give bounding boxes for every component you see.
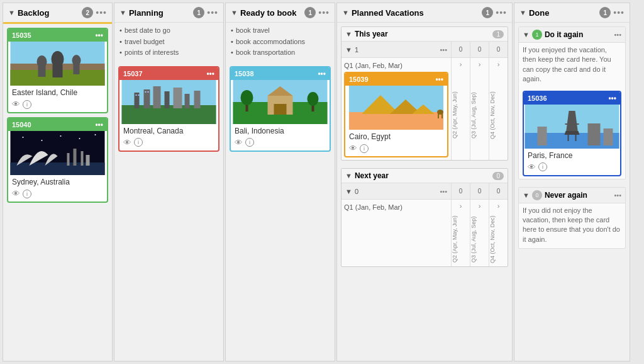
planning-chevron[interactable]: ▼: [119, 9, 126, 16]
backlog-count: 2: [82, 7, 93, 18]
svg-rect-6: [53, 65, 63, 77]
q2-next-year-label: Q2 (Apr, May, Jun): [452, 212, 470, 266]
q2-next-year-count: 0: [459, 188, 463, 195]
card-15039-menu[interactable]: •••: [435, 75, 443, 84]
card-15037-footer: 👁 i: [119, 137, 218, 151]
do-it-again-chevron[interactable]: ▼: [523, 31, 530, 38]
q3-this-year-arrow[interactable]: ›: [470, 58, 489, 71]
this-year-section: ▼ This year 1 ▼ 1 ••• Q1 (Ja: [341, 26, 508, 161]
svg-rect-10: [11, 162, 105, 175]
do-it-again-body: 15036 •••: [519, 88, 625, 179]
ready-menu[interactable]: •••: [318, 8, 330, 18]
q3-next-year-count: 0: [478, 188, 482, 195]
planning-note-2: travel budget: [119, 37, 218, 48]
backlog-title: Backlog: [18, 8, 79, 18]
card-15040-footer: 👁 i: [8, 188, 107, 202]
card-15037-eye-icon[interactable]: 👁: [123, 138, 131, 147]
card-15037-menu[interactable]: •••: [206, 69, 214, 78]
card-15035[interactable]: 15035 ••• Easter Island, Chile: [7, 28, 108, 113]
q3-this-year-label: Q3 (Jul, Aug, Sep): [470, 71, 489, 160]
q1-next-year-label: Q1 (Jan, Feb, Mar): [344, 202, 448, 213]
card-15036-eye-icon[interactable]: 👁: [528, 162, 536, 172]
do-it-again-desc: If you enjoyed the vacation, then keep t…: [519, 43, 625, 88]
planning-count: 1: [193, 7, 204, 18]
card-15040-image: [8, 131, 107, 175]
svg-rect-13: [81, 151, 84, 166]
this-year-chevron[interactable]: ▼: [345, 30, 352, 38]
card-15037-header: 15037 •••: [119, 67, 218, 80]
card-15035-eye-icon[interactable]: 👁: [12, 100, 20, 109]
q3-next-year-label: Q3 (Jul, Aug, Sep): [470, 212, 489, 266]
card-15035-menu[interactable]: •••: [95, 31, 103, 40]
planned-menu[interactable]: •••: [496, 8, 507, 18]
q4-this-year-top: 0: [489, 42, 508, 58]
card-15035-info-icon[interactable]: i: [23, 100, 31, 109]
q1-next-year-chevron[interactable]: ▼: [345, 188, 352, 195]
card-15040-header: 15040 •••: [8, 118, 107, 131]
svg-point-16: [42, 140, 43, 141]
planned-chevron[interactable]: ▼: [342, 9, 349, 16]
planned-title: Planned Vacations: [352, 8, 479, 18]
q1-next-year-empty: [344, 213, 448, 264]
q1-this-year-menu[interactable]: •••: [440, 46, 447, 54]
ready-chevron[interactable]: ▼: [231, 9, 238, 16]
done-count: 1: [599, 7, 611, 18]
q1-next-year-menu[interactable]: •••: [440, 188, 447, 195]
svg-rect-4: [38, 65, 46, 77]
q2-this-year-arrow[interactable]: ›: [452, 58, 470, 71]
card-15037[interactable]: 15037 •••: [118, 66, 219, 152]
q4-this-year-arrow[interactable]: ›: [489, 58, 508, 71]
card-15037-info-icon[interactable]: i: [134, 138, 143, 147]
card-15036[interactable]: 15036 •••: [523, 91, 621, 176]
svg-rect-8: [74, 64, 80, 74]
next-year-chevron[interactable]: ▼: [345, 172, 352, 179]
planning-note-1: best date to go: [119, 25, 218, 37]
card-15035-image: [8, 42, 107, 86]
card-15040-info-icon[interactable]: i: [23, 190, 31, 198]
next-year-header: ▼ Next year 0: [341, 169, 508, 183]
card-15040[interactable]: 15040 •••: [7, 117, 108, 203]
card-15036-menu[interactable]: •••: [608, 94, 616, 103]
q2-next-year-arrow[interactable]: ›: [452, 200, 470, 212]
card-15039-eye-icon[interactable]: 👁: [349, 144, 357, 153]
next-year-count: 0: [492, 172, 504, 180]
column-backlog: ▼ Backlog 2 ••• 15035 •••: [3, 3, 113, 361]
card-15038-info-icon[interactable]: i: [245, 138, 254, 147]
svg-rect-25: [165, 91, 170, 108]
q1-this-year-header: ▼ 1 •••: [341, 42, 451, 58]
never-again-chevron[interactable]: ▼: [523, 191, 530, 199]
card-15039-footer: 👁 i: [345, 142, 447, 156]
q4-this-year-count: 0: [497, 46, 501, 53]
q4-next-year-arrow[interactable]: ›: [489, 200, 508, 212]
q4-next-year-top: 0: [489, 183, 508, 200]
card-15040-eye-icon[interactable]: 👁: [12, 189, 20, 198]
never-again-menu[interactable]: •••: [614, 191, 621, 199]
q3-next-year-arrow[interactable]: ›: [470, 200, 489, 212]
card-15036-info-icon[interactable]: i: [538, 162, 547, 171]
do-it-again-menu[interactable]: •••: [614, 31, 621, 38]
card-15038[interactable]: 15038 ••• Bali, Indonesia: [230, 66, 331, 152]
card-15039[interactable]: 15039 •••: [344, 72, 448, 157]
ready-count: 1: [304, 7, 316, 18]
column-planning: ▼ Planning 1 ••• best date to go travel …: [114, 3, 224, 361]
svg-rect-48: [438, 113, 439, 118]
q4-next-year-count: 0: [497, 188, 501, 195]
q1-this-year-chevron[interactable]: ▼: [345, 46, 352, 54]
planning-menu[interactable]: •••: [207, 8, 218, 18]
ready-body: 15038 ••• Bali, Indonesia: [226, 62, 335, 361]
card-15038-eye-icon[interactable]: 👁: [235, 138, 243, 147]
planned-header: ▼ Planned Vacations 1 •••: [337, 3, 512, 23]
done-chevron[interactable]: ▼: [519, 9, 526, 16]
done-menu[interactable]: •••: [613, 8, 625, 18]
card-15040-id: 15040: [12, 121, 31, 128]
card-15039-info-icon[interactable]: i: [360, 144, 369, 153]
q4-this-year-label: Q4 (Oct, Nov, Dec): [489, 71, 508, 160]
card-15038-menu[interactable]: •••: [318, 69, 326, 78]
q2-this-year-count: 0: [459, 46, 463, 53]
backlog-chevron[interactable]: ▼: [8, 9, 15, 16]
card-15040-menu[interactable]: •••: [95, 120, 103, 129]
svg-point-17: [60, 135, 62, 137]
q1-next-year-header: ▼ 0 •••: [341, 183, 451, 200]
q4-next-year-label: Q4 (Oct, Nov, Dec): [489, 212, 508, 266]
backlog-menu[interactable]: •••: [96, 8, 107, 18]
